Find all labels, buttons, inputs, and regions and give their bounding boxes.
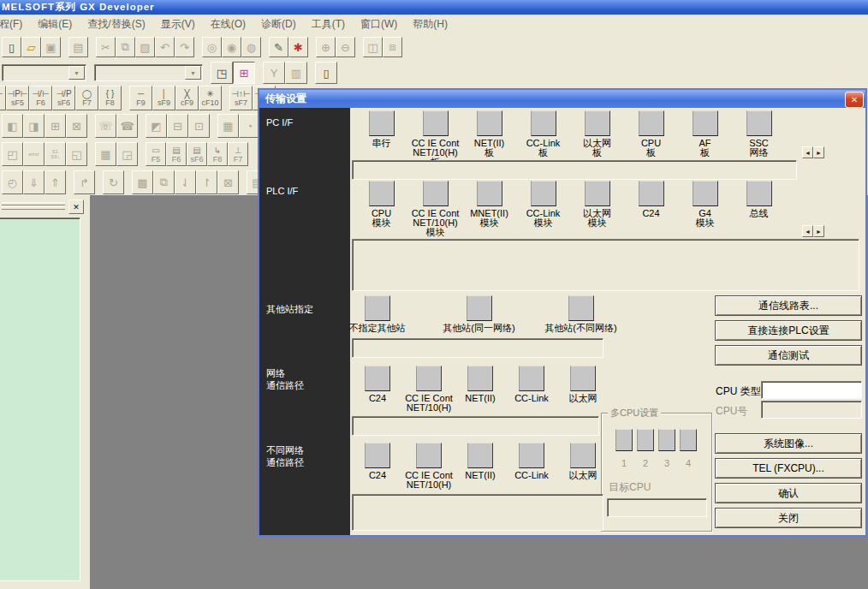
device-square[interactable] (467, 295, 492, 321)
target-cpu-field[interactable] (607, 498, 707, 517)
chevron-down-icon[interactable]: ▼ (68, 66, 85, 80)
device-square[interactable] (585, 110, 610, 136)
data-select-combo[interactable]: ▼ (94, 64, 203, 81)
device-square[interactable] (423, 110, 449, 136)
scroll-right-button[interactable]: ► (813, 146, 824, 158)
close-button[interactable]: 关闭 (715, 508, 862, 528)
ladder-edit-icon[interactable]: ✎ (269, 37, 288, 57)
device-square[interactable] (585, 181, 610, 206)
comm-line-table-button[interactable]: 通信线路表... (715, 295, 862, 316)
used-device-icon: ▩ (132, 170, 153, 194)
open-contact-button[interactable]: ⊣ ⊢ F5 (0, 86, 6, 110)
device-square[interactable] (365, 443, 390, 468)
dock-gripper[interactable] (2, 206, 65, 210)
cpu-slot-square[interactable] (680, 429, 697, 451)
close-icon[interactable]: ✕ (68, 199, 84, 214)
cpu-slot-square[interactable] (615, 429, 633, 451)
menu-item[interactable]: 工具(T) (304, 15, 353, 34)
parallel-closed-contact-button[interactable]: ⊣/P sF6 (52, 86, 75, 110)
delete-vertical-line-button[interactable]: ✳ cF10 (199, 86, 222, 110)
new-file-icon[interactable]: ▯ (2, 37, 21, 57)
plc-cc-ie-cont-module: CC IE Cont NET/10(H) 模块 (408, 181, 462, 237)
program-select-combo[interactable]: ▼ (2, 64, 86, 81)
device-square[interactable] (423, 181, 449, 206)
device-square[interactable] (693, 110, 718, 136)
menu-item[interactable]: 工程(F) (0, 15, 30, 34)
device-square[interactable] (746, 181, 772, 206)
cpu-type-field[interactable] (761, 381, 862, 399)
diff-network-result-box[interactable] (352, 494, 603, 531)
device-square[interactable] (570, 366, 596, 391)
delete-horizontal-line-button[interactable]: ╳ cF9 (175, 86, 199, 110)
device-square[interactable] (519, 443, 544, 468)
direct-plc-setting-button[interactable]: 直接连接PLC设置 (715, 320, 862, 341)
cpu-slot-square[interactable] (658, 429, 675, 451)
cpu-number-label: CPU号 (716, 404, 747, 419)
device-square[interactable] (369, 110, 395, 136)
section-label-network-path: 网络 通信路径 (266, 367, 304, 391)
device-square[interactable] (693, 181, 718, 206)
comment-display-icon[interactable]: ◳ (211, 62, 233, 84)
ok-button[interactable]: 确认 (715, 483, 862, 503)
device-square[interactable] (531, 181, 556, 206)
device-square[interactable] (369, 181, 395, 206)
comm-test-button[interactable]: 通信测试 (715, 345, 862, 366)
menu-item[interactable]: 在线(O) (203, 15, 253, 34)
open-folder-icon[interactable]: ▱ (21, 37, 41, 57)
ladder-block-button[interactable]: ▭ F5 (146, 142, 166, 166)
jump-write-button[interactable]: ↳ F8 (207, 142, 228, 166)
scroll-left-button[interactable]: ◄ (802, 146, 813, 158)
other-station-result-box[interactable] (352, 338, 603, 358)
horizontal-line-button[interactable]: ─ F9 (129, 86, 152, 110)
program-toolbar: ◰errorS1 S9↓◱▦◲ ▭ F5 ▤ F6 ▤ sF6 ↳ F8 ⊥ F… (2, 142, 248, 166)
network-path-result-box[interactable] (352, 416, 599, 436)
section-label-diff-network-path: 不同网络 通信路径 (266, 444, 304, 468)
device-square[interactable] (416, 366, 442, 391)
ladder-block-split-button[interactable]: ▤ F6 (166, 142, 187, 166)
cpu-number-field[interactable] (761, 401, 862, 419)
dock-gripper[interactable] (2, 202, 65, 205)
device-square[interactable] (570, 443, 596, 468)
parallel-open-contact-button[interactable]: ⊣P⊢ sF5 (6, 86, 29, 110)
device-square[interactable] (467, 366, 493, 391)
ladder-symbol: ◯ (82, 89, 92, 98)
end-write-button[interactable]: ⊥ F7 (228, 142, 248, 166)
device-square[interactable] (477, 110, 502, 136)
device-square[interactable] (467, 443, 493, 468)
vertical-line-button[interactable]: │ sF9 (152, 86, 175, 110)
device-square[interactable] (568, 295, 594, 321)
device-square[interactable] (531, 110, 556, 136)
rising-pulse-button[interactable]: ⊣↑⊢ sF7 (229, 86, 253, 110)
device-square[interactable] (639, 181, 664, 206)
device-square[interactable] (639, 110, 664, 136)
menu-item[interactable]: 编辑(E) (30, 15, 80, 34)
scroll-left-button[interactable]: ◄ (802, 225, 813, 237)
tel-fxcpu-button[interactable]: TEL (FXCPU)... (715, 458, 862, 479)
application-instruction-button[interactable]: { } F8 (98, 86, 122, 110)
menu-item[interactable]: 查找/替换(S) (80, 15, 152, 34)
chevron-down-icon[interactable]: ▼ (185, 66, 201, 80)
menu-item[interactable]: 窗口(W) (353, 15, 405, 34)
cpu-slot-square[interactable] (637, 429, 654, 451)
project-tree-panel[interactable] (0, 217, 80, 581)
scroll-right-button[interactable]: ► (813, 225, 824, 237)
pc-if-result-box[interactable] (352, 160, 797, 180)
close-icon[interactable]: ✕ (845, 92, 864, 108)
system-image-button[interactable]: 系统图像... (715, 433, 862, 454)
ladder-symbol-icon[interactable]: ✱ (288, 37, 308, 57)
plc-if-result-box[interactable] (352, 239, 859, 291)
closed-contact-button[interactable]: ⊣/⊢ F6 (29, 86, 52, 110)
menu-item[interactable]: 显示(V) (153, 15, 203, 34)
vertical-comment-icon[interactable]: ▯ (315, 62, 337, 84)
device-square[interactable] (416, 443, 442, 468)
device-square[interactable] (746, 110, 772, 136)
ladder-block-merge-button[interactable]: ▤ sF6 (187, 142, 207, 166)
coil-button[interactable]: ◯ F7 (75, 86, 98, 110)
device-square[interactable] (365, 366, 390, 391)
device-square[interactable] (477, 181, 502, 206)
device-square[interactable] (365, 295, 390, 321)
menu-item[interactable]: 诊断(D) (253, 15, 304, 34)
menu-item[interactable]: 帮助(H) (405, 15, 455, 34)
project-data-list-icon[interactable]: ⊞ (233, 62, 255, 84)
device-square[interactable] (519, 366, 544, 391)
